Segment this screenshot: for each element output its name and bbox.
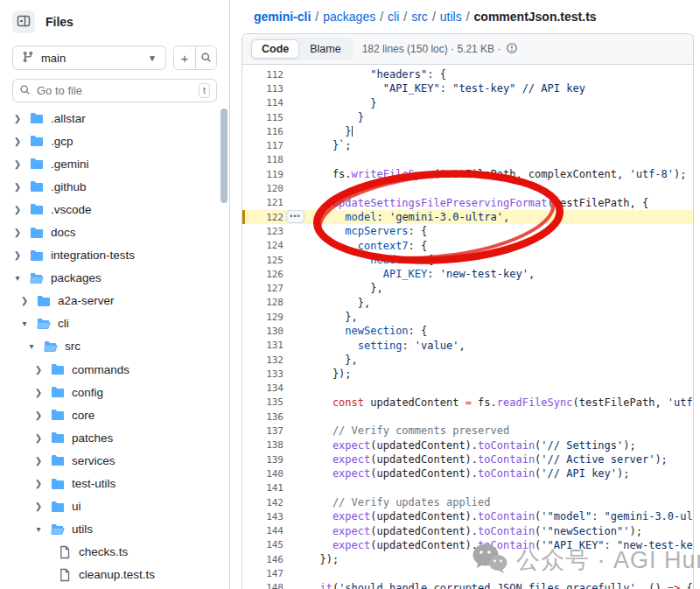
line-number[interactable]: 113	[242, 83, 284, 95]
tree-item-config[interactable]: ❯config	[0, 381, 220, 403]
line-number[interactable]: 116	[242, 126, 284, 137]
line-number[interactable]: 136	[242, 411, 284, 423]
tab-blame[interactable]: Blame	[299, 39, 351, 59]
line-number[interactable]: 119	[242, 169, 284, 180]
tree-item-commands[interactable]: ❯commands	[0, 358, 220, 381]
tree-item-docs[interactable]: ❯docs	[0, 221, 220, 243]
line-number[interactable]: 115	[242, 112, 284, 123]
line-number[interactable]: 131	[242, 340, 284, 351]
breadcrumb-link-cli[interactable]: cli	[388, 10, 399, 24]
chevron-right-icon: ❯	[19, 296, 30, 305]
tree-item-label: ui	[72, 500, 81, 513]
code-text: expect(updatedContent).toContain('"model…	[284, 509, 694, 523]
line-number[interactable]: 120	[242, 183, 284, 194]
tree-item-utils[interactable]: ▾utils	[0, 518, 220, 541]
breadcrumb-link-src[interactable]: src	[411, 10, 428, 24]
code-line: 131 setting: 'value',	[242, 339, 693, 353]
line-number[interactable]: 141	[242, 482, 284, 494]
line-number[interactable]: 118	[242, 154, 284, 165]
tree-item-label: utils	[72, 522, 93, 536]
line-number[interactable]: 147	[242, 568, 284, 579]
tree-item-label: packages	[51, 271, 102, 284]
line-number[interactable]: 146	[242, 554, 284, 565]
code-line: 133 });	[242, 367, 693, 381]
code-text: }`;	[284, 138, 352, 152]
branch-icon	[22, 51, 34, 66]
tree-item-services[interactable]: ❯services	[0, 449, 220, 472]
code-line: 141	[242, 481, 693, 495]
search-icon	[19, 83, 31, 99]
line-number[interactable]: 123	[242, 226, 284, 237]
line-number[interactable]: 137	[242, 425, 284, 437]
line-number[interactable]: 138	[242, 439, 284, 451]
line-number[interactable]: 145	[242, 539, 284, 550]
tree-item-src[interactable]: ▾src	[0, 335, 220, 358]
tree-item-patches[interactable]: ❯patches	[0, 426, 220, 449]
line-number[interactable]: 125	[242, 255, 284, 266]
line-number[interactable]: 142	[242, 497, 284, 508]
folder-icon	[44, 362, 72, 376]
line-number[interactable]: 134	[242, 382, 284, 394]
go-to-file-input[interactable]	[37, 84, 192, 97]
code-line: 122••• model: 'gemini-3.0-ultra',	[242, 210, 693, 224]
code-line: 143 expect(updatedContent).toContain('"m…	[242, 509, 693, 523]
tree-item-a2a-server[interactable]: ❯a2a-server	[0, 290, 220, 312]
sidebar-collapse-button[interactable]	[12, 11, 35, 33]
code-header: CodeBlame 182 lines (150 loc) · 5.21 KB …	[242, 34, 693, 65]
tree-item-core[interactable]: ❯core	[0, 403, 220, 426]
line-number[interactable]: 121	[242, 197, 284, 208]
breadcrumb-link-packages[interactable]: packages	[323, 10, 375, 24]
folder-icon	[23, 134, 51, 148]
new-file-button[interactable]: +	[174, 46, 195, 69]
code-line: 148 it('should handle corrupted JSON fil…	[242, 581, 693, 589]
line-number[interactable]: 143	[242, 511, 284, 522]
breadcrumb-separator: /	[311, 10, 323, 24]
tree-item-.github[interactable]: ❯.github	[0, 175, 220, 198]
line-number[interactable]: 117	[242, 140, 284, 151]
line-number[interactable]: 128	[242, 297, 284, 308]
line-number[interactable]: 144	[242, 525, 284, 536]
file-tree: ❯.allstar❯.gcp❯.gemini❯.github❯.vscode❯d…	[0, 107, 220, 586]
line-number[interactable]: 140	[242, 468, 284, 480]
line-options-kebab-button[interactable]: •••	[286, 210, 304, 223]
sidebar-scrollbar[interactable]	[220, 109, 228, 203]
tree-item-checks.ts[interactable]: checks.ts	[0, 541, 220, 564]
tab-code[interactable]: Code	[251, 39, 299, 59]
tree-item-label: config	[72, 386, 103, 399]
line-number[interactable]: 129	[242, 312, 284, 323]
search-tree-button[interactable]	[195, 46, 216, 69]
tree-item-cli[interactable]: ▾cli	[0, 312, 220, 335]
line-number[interactable]: 132	[242, 354, 284, 366]
tree-item-.gcp[interactable]: ❯.gcp	[0, 130, 220, 152]
line-number[interactable]: 126	[242, 269, 284, 280]
tree-item-packages[interactable]: ▾packages	[0, 267, 220, 290]
folder-open-icon	[23, 271, 51, 285]
line-number[interactable]: 148	[242, 582, 284, 589]
code-text: }	[284, 110, 364, 124]
tree-item-cleanup.test.ts[interactable]: cleanup.test.ts	[0, 564, 220, 586]
line-number[interactable]: 133	[242, 368, 284, 380]
code-line: 129 },	[242, 310, 693, 324]
tree-item-.gemini[interactable]: ❯.gemini	[0, 152, 220, 175]
tree-item-.vscode[interactable]: ❯.vscode	[0, 198, 220, 221]
file-info-icon[interactable]	[506, 42, 518, 57]
tree-item-.allstar[interactable]: ❯.allstar	[0, 107, 220, 130]
branch-selector[interactable]: main ▼	[12, 46, 166, 70]
tree-item-ui[interactable]: ❯ui	[0, 495, 220, 518]
chevron-down-icon: ▾	[33, 524, 44, 534]
folder-open-icon	[30, 317, 58, 331]
line-number[interactable]: 130	[242, 326, 284, 337]
tree-item-test-utils[interactable]: ❯test-utils	[0, 473, 220, 495]
line-number[interactable]: 114	[242, 97, 284, 109]
breadcrumb-link-utils[interactable]: utils	[440, 10, 462, 24]
line-number[interactable]: 124	[242, 240, 284, 251]
folder-icon	[30, 294, 58, 308]
tree-item-integration-tests[interactable]: ❯integration-tests	[0, 244, 220, 267]
line-number[interactable]: 122	[242, 212, 284, 223]
line-number[interactable]: 135	[242, 396, 284, 408]
line-number[interactable]: 112	[242, 69, 284, 81]
breadcrumb-repo-link[interactable]: gemini-cli	[254, 10, 311, 24]
branch-name: main	[41, 52, 66, 65]
line-number[interactable]: 127	[242, 283, 284, 294]
line-number[interactable]: 139	[242, 454, 284, 466]
